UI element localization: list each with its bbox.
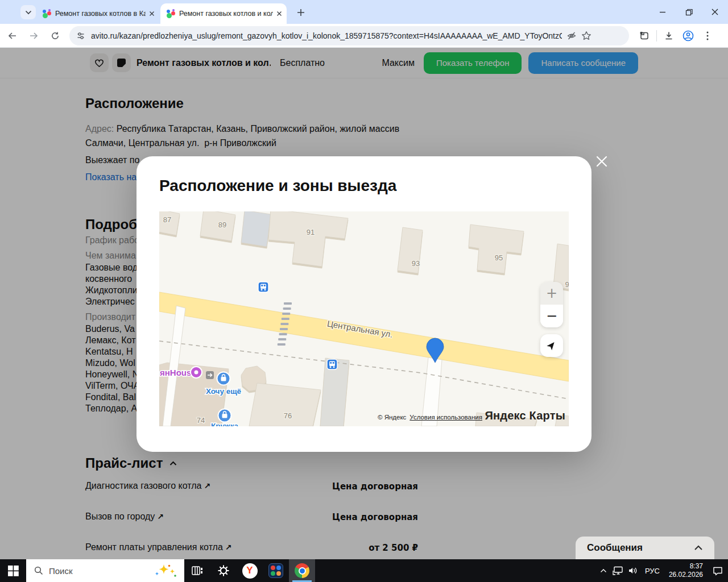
zoom-out-button[interactable]: − [540,305,563,327]
entrance-icon [206,371,214,379]
chevron-down-icon [25,10,32,15]
restore-icon [685,9,693,16]
geolocation-button[interactable] [540,334,563,357]
windows-logo-icon [8,566,19,576]
building-number: 91 [307,228,315,236]
window-close-button[interactable] [702,0,728,24]
building-number: 89 [218,221,226,229]
clock-date: 26.02.2026 [669,571,703,579]
url-bar[interactable]: avito.ru/kazan/predlozheniya_uslug/remon… [69,26,629,45]
password-eye-off-icon[interactable] [566,31,577,41]
toolbar-divider [656,30,657,41]
modal-title: Расположение и зоны выезда [159,177,396,195]
search-placeholder: Поиск [49,566,154,576]
window-restore-button[interactable] [676,0,702,24]
chevron-up-icon[interactable] [694,545,703,551]
task-view-button[interactable] [184,559,210,582]
poi-label: Хочу ещё [206,387,242,396]
language-indicator[interactable]: РУС [645,567,660,575]
yandex-maps-logo[interactable]: Яндекс Карты [485,409,565,422]
building-number: 9 [565,280,569,289]
gear-icon [217,564,230,577]
clock-time: 8:37 [669,562,703,571]
tab-search-button[interactable] [20,5,36,19]
ethernet-network-icon [613,566,624,576]
side-panel-button[interactable] [635,26,654,45]
new-tab-button[interactable] [293,5,308,20]
bookmark-star-icon[interactable] [581,31,592,41]
map-terms-link[interactable]: Условия использования [410,414,482,421]
browser-toolbar: avito.ru/kazan/predlozheniya_uslug/remon… [0,24,728,48]
navigation-arrow-icon [545,339,558,352]
map-attribution: © ЯндексУсловия использования [378,414,482,421]
taskbar-search-box[interactable]: Поиск [26,559,184,582]
tab-2-title: Ремонт газовых котлов и коло [179,10,273,18]
map-canvas[interactable]: Центральная ул. 87 89 91 93 95 9 76 74 [159,211,569,426]
back-button[interactable] [2,26,22,45]
system-tray: РУС 8:37 26.02.2026 [596,559,728,582]
toolbar-right-icons [635,26,717,45]
chevron-up-icon [600,568,607,573]
chrome-app-button[interactable] [289,559,315,582]
settings-app-button[interactable] [210,559,237,582]
back-arrow-icon [7,31,17,40]
poi-shop-icon [217,372,230,385]
reload-button[interactable] [46,26,65,45]
avito-favicon [166,9,176,19]
minimize-icon [659,9,666,15]
plus-icon [297,9,305,16]
tab-1[interactable]: Ремонт газовых котлов в Каза [36,3,159,24]
map-copyright: © Яндекс [378,414,406,421]
map-zoom-controls: + − [540,282,563,327]
network-tray-icon[interactable] [611,566,626,576]
modal-close-button[interactable] [594,153,610,169]
site-settings-icon[interactable] [76,31,85,40]
taskbar: Поиск Y [0,559,728,582]
colored-dots-app-button[interactable] [263,559,289,582]
download-icon [664,31,674,41]
bus-stop-icon [258,282,268,292]
messenger-title: Сообщения [587,542,643,554]
search-highlights-sparkle-icon [154,563,179,578]
poi-shop-icon [218,409,231,422]
location-modal: Расположение и зоны выезда [136,156,592,452]
yandex-browser-app-button[interactable]: Y [237,559,263,582]
search-icon [34,566,43,575]
start-button[interactable] [0,559,26,582]
building-number: 74 [197,416,205,425]
reload-icon [51,31,60,40]
clock[interactable]: 8:37 26.02.2026 [669,562,703,579]
zoom-in-button[interactable]: + [540,282,563,305]
messenger-widget[interactable]: Сообщения [576,537,714,559]
window-minimize-button[interactable] [650,0,676,24]
close-icon [712,9,718,15]
building-number: 93 [412,259,420,268]
chrome-icon [295,563,309,578]
profile-button[interactable] [679,26,698,45]
tab-close-icon[interactable] [276,11,282,16]
tab-close-icon[interactable] [149,11,155,16]
browser-menu-button[interactable] [698,26,717,45]
yandex-map: Центральная ул. 87 89 91 93 95 9 76 74 [159,211,569,426]
screen: Ремонт газовых котлов в Каза Ремонт газо… [0,0,728,582]
volume-tray-icon[interactable] [626,566,640,575]
browser-tab-strip: Ремонт газовых котлов в Каза Ремонт газо… [0,0,728,24]
profile-avatar-icon [682,30,694,42]
avito-favicon [42,9,52,19]
notification-icon [713,566,723,576]
kebab-menu-icon [706,31,709,41]
close-icon [595,155,608,168]
forward-arrow-icon [29,31,39,40]
building-number: 95 [495,253,503,262]
notification-center-button[interactable] [708,566,728,576]
downloads-button[interactable] [659,26,679,45]
window-controls [650,0,728,24]
building-number: 76 [284,411,292,420]
forward-button[interactable] [24,26,43,45]
bus-stop-icon [327,359,337,369]
tab-2-active[interactable]: Ремонт газовых котлов и коло [160,3,287,24]
tray-expand-button[interactable] [596,568,611,573]
url-text[interactable]: avito.ru/kazan/predlozheniya_uslug/remon… [91,31,562,40]
side-panel-icon [639,31,650,41]
colored-dots-app-icon [268,563,283,578]
